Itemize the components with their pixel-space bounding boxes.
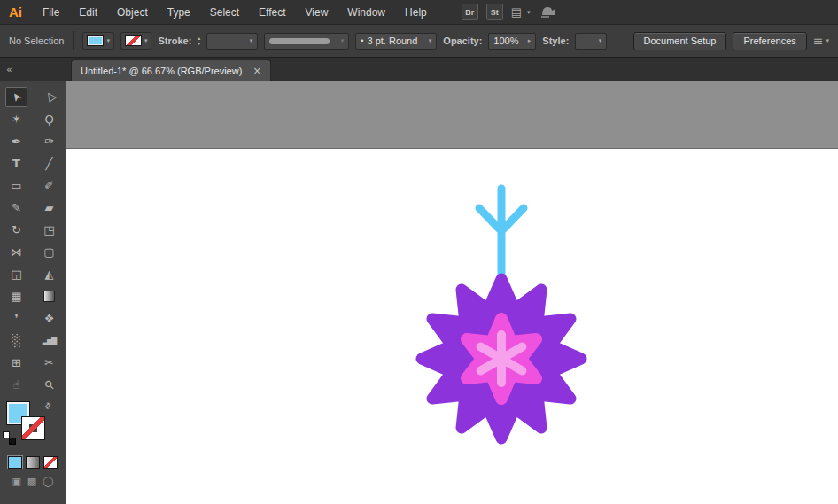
rectangle-tool[interactable]: ▭ [0,174,33,197]
column-graph-tool-icon: ▂▅▇ [43,337,56,345]
mesh-tool-icon: ▦ [11,291,21,302]
zoom-tool[interactable]: ⚲ [33,374,66,396]
draw-normal-icon[interactable]: ▣ [12,477,20,486]
blob-brush-tool[interactable]: ✑ [33,130,66,152]
none-button[interactable] [43,456,58,469]
style-label: Style: [542,35,569,46]
brush-definition-dropdown[interactable]: ▾ [264,33,349,50]
pencil-tool[interactable]: ✎ [0,197,33,219]
chevron-down-icon: ▾ [341,37,345,44]
shape-builder-tool[interactable]: ◲ [0,263,33,285]
chevron-down-icon: ▾ [527,9,531,16]
workspace-switcher-icon: ▤ [511,5,522,19]
flower-stem[interactable] [479,189,524,279]
rectangle-tool-icon: ▭ [11,180,21,191]
perspective-grid-tool-icon: ◭ [45,268,54,280]
fill-color-dropdown[interactable]: ▾ [82,32,114,50]
brush-preview [269,38,330,44]
swap-fill-stroke-icon[interactable]: ⇄ [43,400,53,411]
flower-artwork[interactable] [407,182,595,447]
preferences-button[interactable]: Preferences [733,32,806,50]
hand-tool[interactable]: ☝ [0,374,33,396]
menu-file[interactable]: File [33,0,69,25]
selection-tool-icon: ➤ [9,89,24,104]
color-button[interactable] [8,456,22,469]
slice-tool-icon: ✂ [44,357,54,368]
width-tool[interactable]: ⋈ [0,241,33,263]
rotate-tool[interactable]: ↻ [0,219,33,241]
magic-wand-tool[interactable]: ✶ [0,108,33,130]
type-tool[interactable]: T [0,152,33,174]
pen-tool[interactable]: ✒ [0,130,33,152]
canvas[interactable] [66,81,838,504]
stroke-label: Stroke: [158,35,191,46]
slice-tool[interactable]: ✂ [33,352,66,374]
lasso-tool[interactable]: Ϙ [33,108,66,130]
share-icon[interactable] [539,3,558,21]
document-setup-button[interactable]: Document Setup [633,32,727,50]
align-icon: ≡ [813,34,824,48]
column-graph-tool[interactable]: ▂▅▇ [33,330,66,352]
drawing-mode-buttons: ▣ ▩ ◯ [0,477,66,486]
selection-tool[interactable]: ➤ [5,87,27,107]
chevron-down-icon: ▾ [106,37,110,44]
artboard-tool[interactable]: ⊞ [0,352,33,374]
draw-behind-icon[interactable]: ▩ [27,477,36,486]
menu-edit[interactable]: Edit [69,0,107,25]
stock-button[interactable]: St [486,4,503,20]
lasso-tool-icon: Ϙ [44,113,53,125]
tab-bar: « Untitled-1* @ 66.67% (RGB/Preview) × [0,58,838,81]
menu-bar: Ai File Edit Object Type Select Effect V… [0,0,838,25]
variable-width-profile-dropdown[interactable]: • 3 pt. Round ▾ [355,33,437,50]
document-tab-title: Untitled-1* @ 66.67% (RGB/Preview) [81,66,242,76]
fill-stroke-indicator: ⇄ [0,399,66,451]
align-dropdown[interactable]: ≡ ▾ [813,34,829,48]
blend-tool[interactable]: ❖ [33,307,66,330]
eyedropper-tool[interactable]: ❜ [0,307,33,330]
menu-effect[interactable]: Effect [249,0,295,25]
tab-close-icon[interactable]: × [252,65,261,77]
pen-tool-icon: ✒ [12,136,21,147]
gradient-tool-icon [43,291,55,302]
direct-selection-tool-icon: ▷ [42,90,56,105]
symbol-sprayer-tool[interactable]: ░ [0,330,33,352]
opacity-field[interactable]: 100% ▸ [488,33,536,50]
menu-type[interactable]: Type [158,0,200,25]
chevron-down-icon: ▾ [429,37,432,44]
mini-stroke-swatch [9,438,16,445]
menu-window[interactable]: Window [338,0,395,25]
direct-selection-tool[interactable]: ▷ [33,86,66,108]
menu-object[interactable]: Object [107,0,158,25]
divider [73,31,74,50]
gradient-tool[interactable] [33,285,66,307]
stepper-down-icon: ▾ [198,41,200,46]
menu-select[interactable]: Select [200,0,249,25]
menu-view[interactable]: View [296,0,338,25]
style-dropdown[interactable]: ▾ [575,33,607,50]
free-transform-tool[interactable]: ▢ [33,241,66,263]
stroke-color-dropdown[interactable]: ▾ [120,32,152,50]
eraser-tool[interactable]: ▰ [33,197,66,219]
bridge-button[interactable]: Br [462,4,478,20]
chevron-down-icon: ▾ [826,37,829,44]
paintbrush-tool[interactable]: ✐ [33,174,66,197]
collapse-panels-icon[interactable]: « [0,64,71,75]
mesh-tool[interactable]: ▦ [0,285,33,307]
gradient-button[interactable] [26,456,40,469]
perspective-grid-tool[interactable]: ◭ [33,263,66,285]
type-tool-icon: T [12,158,20,169]
fill-color-swatch [87,35,104,46]
workspace-switcher[interactable]: ▤ ▾ [511,5,531,19]
line-segment-tool[interactable]: ╱ [33,152,66,174]
scale-tool[interactable]: ◳ [33,219,66,241]
stroke-swatch[interactable] [21,416,45,440]
menu-help[interactable]: Help [395,0,437,25]
default-fill-stroke-icon[interactable] [3,431,16,445]
stroke-none-swatch [125,35,142,46]
stroke-weight-dropdown[interactable]: ▾ [206,33,258,50]
document-tab[interactable]: Untitled-1* @ 66.67% (RGB/Preview) × [71,59,271,81]
draw-inside-icon[interactable]: ◯ [43,477,53,486]
stroke-weight-stepper[interactable]: ▴ ▾ [198,35,200,46]
symbol-sprayer-tool-icon: ░ [12,335,21,346]
scale-tool-icon: ◳ [43,224,54,236]
